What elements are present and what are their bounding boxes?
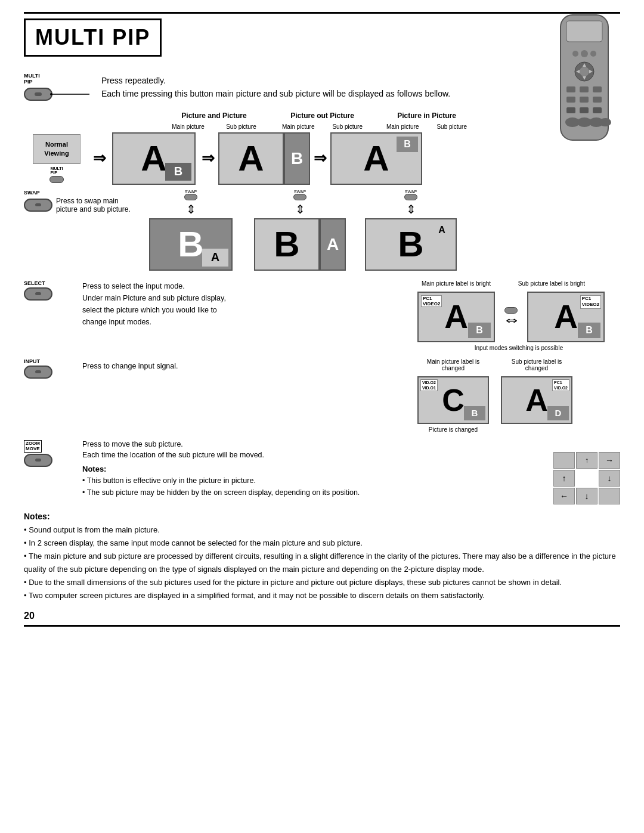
ex-select-oval[interactable]	[504, 307, 518, 314]
select-text: Press to select the input mode. Under ma…	[82, 280, 226, 328]
select-desc1: Press to select the input mode.	[82, 280, 226, 292]
swap-btn-label: SWAP	[24, 190, 40, 196]
inner-note-2: • The sub picture may be hidden by the o…	[82, 487, 549, 498]
pap-updown-arrow: ⇕	[186, 202, 196, 216]
mini-multi-pip-label: MULTIPIP	[51, 166, 63, 175]
pop-sub-labels: Main picture Sub picture	[273, 123, 371, 130]
remote-control-image	[549, 12, 620, 143]
pop-top-sub: B	[284, 132, 310, 185]
multi-pip-btn-label: MULTIPIP	[24, 73, 40, 85]
page-title: MULTI PIP	[35, 25, 150, 50]
select-btn-label: SELECT	[24, 280, 45, 286]
arrow-1: ⇒	[93, 149, 106, 168]
swap-btn-row: Press to swap main picture and sub pictu…	[24, 197, 131, 213]
input-changed-displays: C B VID.O2VID.O1 A D PC1VID.O2	[417, 376, 572, 424]
select-desc3: select the picture which you would like …	[82, 304, 226, 316]
zoom-btn-col: ZOOMMOVE	[24, 440, 78, 467]
ex-display-2: A B PC1VIDEO2	[527, 292, 605, 342]
swap-button[interactable]	[24, 199, 52, 212]
svg-rect-18	[580, 107, 589, 113]
pop-top-col: A B	[218, 132, 310, 185]
svg-point-4	[590, 51, 596, 57]
move-grid: ↑ → ↑ ↓ ← ↓	[553, 452, 620, 504]
pip-bottom-display: B A	[365, 218, 457, 271]
input-changed-labels: Main picture label is changed Sub pictur…	[417, 358, 572, 371]
svg-rect-12	[580, 86, 589, 92]
main-changed-label: Main picture label is changed	[417, 358, 489, 371]
pop-top-pair: A B	[218, 132, 310, 185]
pap-label: Picture and Picture	[181, 112, 246, 120]
main-note-5: • Two computer screen pictures are displ…	[24, 589, 620, 602]
mini-multi-pip: MULTIPIP	[49, 166, 64, 183]
svg-rect-19	[593, 107, 602, 113]
example-bright-labels: Main picture label is bright Sub picture…	[417, 280, 590, 287]
main-notes-title: Notes:	[24, 512, 50, 521]
ex-1-tag: PC1VIDEO2	[421, 295, 442, 307]
swap-col: SWAP Press to swap main picture and sub …	[24, 190, 143, 213]
pop-bottom-pair: B A	[254, 218, 346, 271]
pap-swap-btn[interactable]	[184, 194, 197, 200]
pap-top-col: A B	[110, 132, 198, 185]
svg-rect-14	[566, 97, 575, 103]
svg-rect-11	[566, 86, 575, 92]
mini-multi-pip-btn[interactable]	[49, 176, 64, 183]
inner-notes-title: Notes:	[82, 465, 106, 473]
select-desc2: Under main Picture and sub picture displ…	[82, 292, 226, 304]
main-note-3: • The main picture and sub picture are p…	[24, 550, 620, 576]
pap-header: Picture and Picture	[161, 110, 267, 120]
pop-swap-col: SWAP ⇕ B A	[254, 190, 346, 271]
swap-row: SWAP Press to swap main picture and sub …	[24, 190, 620, 271]
input-section-row: INPUT Press to change input signal. Main…	[24, 358, 620, 433]
move-down: ↓	[576, 488, 597, 504]
normal-viewing-label: NormalViewing	[44, 140, 69, 157]
inp-1-sub: B	[464, 406, 485, 420]
select-button[interactable]	[24, 287, 52, 301]
pap-bottom-display: B A	[149, 218, 233, 271]
pip-swap-col: SWAP ⇕ B A	[365, 190, 457, 271]
ex-select-btn: ⇔	[504, 307, 518, 326]
inp-2-letter: A	[525, 382, 548, 418]
main-note-1: • Sound output is from the main picture.	[24, 524, 620, 537]
pip-label: Picture in Picture	[397, 112, 456, 120]
ex-swap-arrows: ⇔	[505, 315, 517, 326]
pap-top-letter: A	[141, 138, 166, 179]
pop-bottom-sub: A	[320, 218, 346, 271]
pap-swap-mini: SWAP	[184, 190, 197, 200]
each-time-text: Each time pressing this button main pict…	[101, 88, 450, 100]
input-description: Press to change input signal.	[82, 358, 178, 370]
move-bottom-right	[599, 488, 620, 504]
zoom-desc1: Press to move the sub picture.	[82, 440, 549, 448]
pop-swap-btn[interactable]	[293, 194, 306, 200]
main-notes: Notes: • Sound output is from the main p…	[24, 512, 620, 603]
pip-swap-btn[interactable]	[404, 194, 417, 200]
pip-bottom-letter: B	[398, 224, 423, 265]
top-border	[24, 12, 620, 14]
ex-2-letter: A	[554, 298, 578, 336]
svg-rect-17	[566, 107, 575, 113]
inp-2-tag: PC1VID.O2	[552, 379, 569, 391]
zoom-button[interactable]	[24, 454, 52, 467]
pip-sub-labels: Main picture Sub picture	[377, 123, 476, 130]
inp-1-letter: C	[442, 382, 465, 418]
pap-swap-label: SWAP	[185, 190, 197, 194]
ex-input-switch: Input modes switching is possible	[417, 345, 620, 351]
main-note-2: • In 2 screen display, the same input mo…	[24, 537, 620, 550]
swap-desc1: Press to swap main	[56, 197, 131, 205]
pop-updown-arrow: ⇕	[295, 202, 305, 216]
pop-header: Picture out Picture	[273, 110, 371, 120]
input-button[interactable]	[24, 366, 52, 379]
pip-top-col: A B	[330, 132, 422, 185]
select-desc4: change input modes.	[82, 316, 226, 328]
pop-bottom-main: B	[254, 218, 320, 271]
inner-note-1: • This button is effective only in the p…	[82, 475, 549, 487]
normal-viewing-box: NormalViewing	[33, 134, 80, 164]
svg-rect-13	[593, 86, 602, 92]
pap-sub-label: Sub picture	[226, 123, 256, 130]
spacer-arrow1	[239, 190, 250, 219]
move-center	[576, 470, 597, 487]
pap-bottom-letter: B	[178, 224, 203, 265]
inp-display-1: C B VID.O2VID.O1	[417, 376, 489, 424]
multi-pip-button-col: MULTIPIP	[24, 73, 89, 101]
arrow-3: ⇒	[314, 149, 327, 168]
pip-main-label: Main picture	[386, 123, 419, 130]
